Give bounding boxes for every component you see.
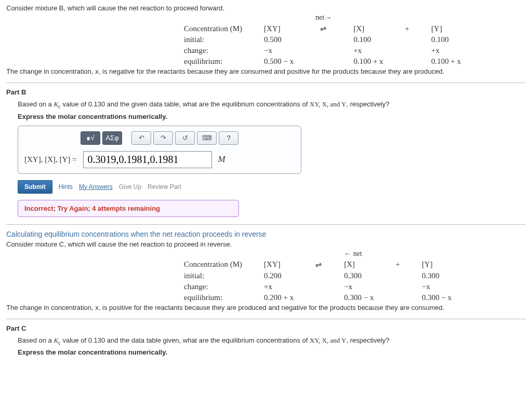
col-y: [Y] (421, 23, 471, 34)
answer-input[interactable] (83, 151, 212, 168)
undo-button[interactable]: ↶ (131, 131, 151, 145)
part-c-question: Based on a Kc value of 0.130 and the dat… (18, 336, 526, 346)
separator (6, 319, 526, 319)
row-equilibrium-label: equilibrium: (174, 57, 252, 66)
row-initial-label: initial: (174, 35, 252, 45)
net-arrow-reverse: ← net (334, 249, 384, 259)
help-button[interactable]: ? (219, 131, 238, 145)
note-c: The change in concentration, x, is posit… (6, 304, 526, 311)
c-change-xy: +x (254, 282, 304, 292)
col-equilibrium-arrow: ⇌ (305, 23, 342, 34)
part-b-question: Based on a Kc value of 0.130 and the giv… (18, 100, 526, 110)
b-eq-y: 0.100 + x (421, 57, 471, 66)
part-c-heading: Part C (6, 324, 526, 332)
c-eq-x: 0.300 − x (334, 293, 384, 303)
b-change-x: +x (343, 46, 393, 56)
c-eq-xy: 0.200 + x (254, 293, 304, 303)
col-plus: + (385, 260, 410, 270)
feedback-box: Incorrect; Try Again; 4 attempts remaini… (18, 200, 239, 217)
ice-table-b: net→ Concentration (M) [XY] ⇌ [X] + [Y] … (172, 12, 472, 67)
b-initial-y: 0.100 (421, 35, 471, 45)
c-initial-xy: 0.200 (254, 271, 304, 281)
b-change-xy: −x (254, 46, 304, 56)
col-xy: [XY] (254, 23, 304, 34)
ice-table-c: ← net Concentration (M) [XY] ⇌ [X] + [Y]… (172, 248, 463, 304)
submit-button[interactable]: Submit (18, 180, 52, 194)
intro-text-b: Consider mixture B, which will cause the… (6, 4, 526, 12)
reset-button[interactable]: ↺ (175, 131, 195, 145)
answer-label: [XY], [X], [Y] = (24, 155, 77, 164)
intro-text-c: Consider mixture C, which will cause the… (6, 240, 526, 248)
separator (6, 224, 526, 225)
b-eq-x: 0.100 + x (343, 57, 393, 66)
row-equilibrium-label: equilibrium: (174, 293, 252, 303)
b-initial-xy: 0.500 (254, 35, 304, 45)
col-equilibrium-arrow: ⇌ (305, 260, 332, 270)
header-concentration: Concentration (M) (174, 23, 252, 34)
col-xy: [XY] (254, 260, 304, 270)
row-change-label: change: (174, 282, 252, 292)
net-arrow-forward: net→ (305, 13, 342, 22)
c-change-y: −x (411, 282, 462, 292)
give-up-link[interactable]: Give Up (119, 183, 141, 191)
c-change-x: −x (334, 282, 384, 292)
section-reverse-heading[interactable]: Calculating equilibrium concentrations w… (6, 230, 526, 238)
part-b-heading: Part B (6, 88, 526, 96)
c-initial-y: 0.300 (411, 271, 462, 281)
c-initial-x: 0.300 (334, 271, 384, 281)
review-part-link[interactable]: Review Part (148, 183, 181, 191)
redo-button[interactable]: ↷ (153, 131, 173, 145)
part-b-instruction: Express the molar concentrations numeric… (18, 113, 526, 120)
col-y: [Y] (411, 260, 462, 270)
my-answers-link[interactable]: My Answers (79, 183, 113, 191)
greek-button[interactable]: ΑΣφ (102, 131, 122, 145)
col-plus: + (395, 23, 420, 34)
row-initial-label: initial: (174, 271, 252, 281)
answer-unit: M (218, 154, 225, 165)
c-eq-y: 0.300 − x (411, 293, 462, 303)
b-change-y: +x (421, 46, 471, 56)
b-eq-xy: 0.500 − x (254, 57, 304, 66)
header-concentration: Concentration (M) (174, 260, 252, 270)
answer-toolbar: ∎√ ΑΣφ ↶ ↷ ↺ ⌨ ? (24, 131, 295, 145)
separator (6, 83, 526, 83)
action-row: Submit Hints My Answers Give Up Review P… (18, 180, 526, 194)
part-c-instruction: Express the molar concentrations numeric… (18, 348, 526, 356)
b-initial-x: 0.100 (343, 35, 393, 45)
row-change-label: change: (174, 46, 252, 56)
templates-button[interactable]: ∎√ (81, 131, 100, 145)
keyboard-button[interactable]: ⌨ (197, 131, 217, 145)
hints-link[interactable]: Hints (59, 183, 73, 191)
col-x: [X] (343, 23, 393, 34)
note-b: The change in concentration, x, is negat… (6, 67, 526, 75)
col-x: [X] (334, 260, 384, 270)
answer-box: ∎√ ΑΣφ ↶ ↷ ↺ ⌨ ? [XY], [X], [Y] = M (18, 126, 301, 174)
